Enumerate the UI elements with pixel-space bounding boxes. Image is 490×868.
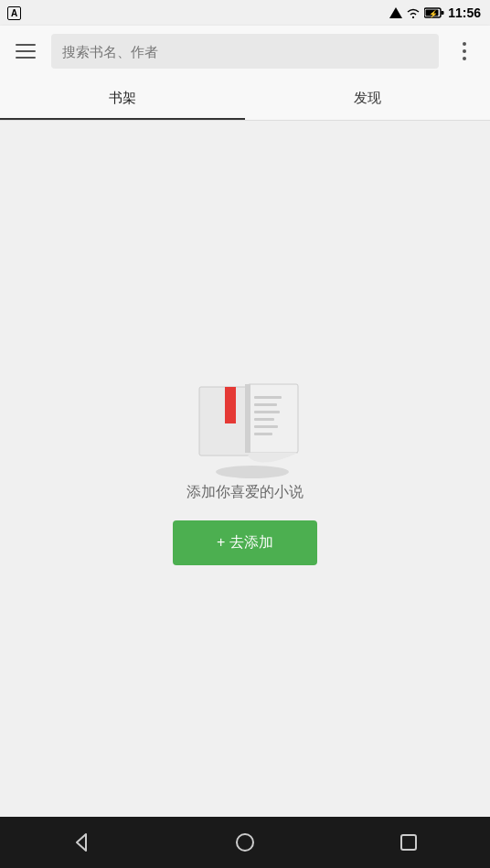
tab-discover-label: 发现 (354, 90, 381, 107)
menu-line-3 (16, 57, 36, 59)
book-svg (190, 373, 309, 478)
tab-bookshelf[interactable]: 书架 (0, 77, 245, 120)
svg-point-5 (216, 466, 289, 478)
signal-icon (389, 7, 402, 18)
status-bar: A ⚡ 11:56 (0, 0, 490, 26)
svg-text:⚡: ⚡ (429, 9, 438, 18)
svg-rect-19 (401, 835, 416, 850)
svg-rect-15 (254, 425, 278, 428)
wifi-icon (406, 7, 421, 18)
menu-button[interactable] (7, 33, 44, 70)
back-icon (71, 832, 91, 852)
add-book-button[interactable]: + 去添加 (173, 520, 317, 565)
search-bar[interactable] (51, 34, 439, 69)
bottom-nav (0, 817, 490, 868)
more-button[interactable] (446, 33, 483, 70)
battery-icon: ⚡ (424, 7, 444, 18)
tab-bookshelf-label: 书架 (109, 90, 136, 107)
status-right: ⚡ 11:56 (389, 5, 481, 20)
more-dot-1 (463, 42, 466, 46)
more-dot-3 (463, 57, 466, 60)
tab-discover[interactable]: 发现 (245, 77, 490, 120)
top-bar (0, 26, 490, 77)
svg-rect-6 (199, 387, 250, 455)
empty-message: 添加你喜爱的小说 (186, 483, 304, 502)
tabs: 书架 发现 (0, 77, 490, 121)
more-dot-2 (463, 49, 466, 53)
svg-marker-0 (389, 7, 402, 18)
status-time: 11:56 (448, 5, 481, 20)
svg-rect-14 (254, 418, 274, 421)
home-button[interactable] (223, 820, 267, 864)
menu-line-1 (16, 44, 36, 46)
menu-line-2 (16, 50, 36, 52)
search-input[interactable] (62, 44, 428, 59)
svg-rect-11 (254, 396, 282, 399)
status-left: A (7, 6, 21, 20)
recents-icon (399, 832, 419, 852)
android-logo: A (7, 6, 21, 20)
svg-rect-16 (254, 433, 272, 435)
home-icon (235, 832, 255, 852)
svg-rect-2 (442, 11, 444, 15)
svg-rect-13 (254, 411, 280, 413)
svg-rect-12 (254, 403, 277, 406)
svg-marker-17 (77, 834, 86, 851)
svg-rect-8 (245, 384, 250, 453)
back-button[interactable] (59, 820, 103, 864)
main-content: 添加你喜爱的小说 + 去添加 (0, 121, 490, 817)
book-illustration (190, 373, 300, 465)
svg-point-18 (237, 834, 253, 851)
recents-button[interactable] (387, 820, 431, 864)
